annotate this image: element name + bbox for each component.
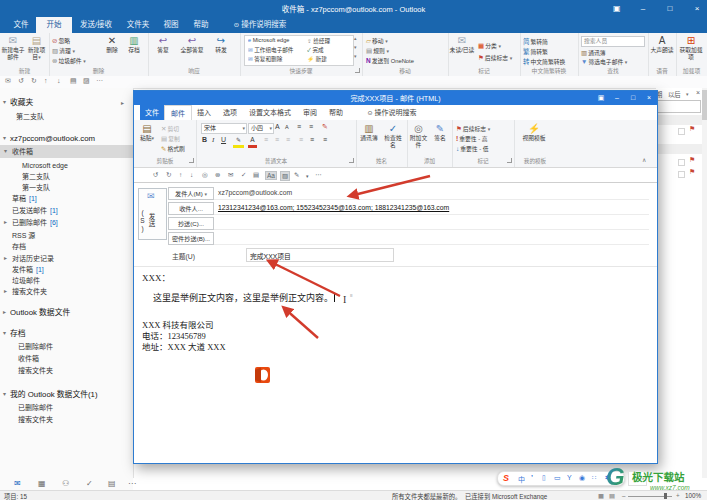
flag-icon[interactable]: ⚑ [689,168,695,176]
gallery-more-icon[interactable]: ▾ [354,53,357,59]
read-aloud-button[interactable]: A 大声朗读 [649,35,675,54]
categorize-button[interactable]: ▦分类 ▾ [478,41,501,50]
sort-newest-label[interactable]: 以后 [668,90,681,99]
tell-me-search[interactable]: ⊙ 操作说明搜索 [356,105,428,120]
doc-icon[interactable]: ▤ [253,171,259,179]
nav-people-icon[interactable]: ⚇ [62,479,69,488]
qat-dropdown-icon[interactable]: ▾ [306,173,309,179]
punctuation-icon[interactable]: ’ [531,474,533,481]
quick-step-edge[interactable]: e Microsoft edge [248,37,304,43]
close-button[interactable]: × [687,0,707,17]
align-right-icon[interactable]: ≡ [286,136,290,143]
collapse-ribbon-icon[interactable]: ∧ [642,156,646,163]
nav-notes-icon[interactable]: ▤ [108,479,116,488]
previous-item-icon[interactable]: ↑ [179,171,182,178]
search-people-input[interactable]: 搜索人员 [581,36,645,47]
tab-file[interactable]: 文件 [140,105,164,120]
sogou-side-box[interactable]: ▸ [628,471,647,486]
nav-calendar-icon[interactable]: ▦ [38,479,46,488]
mail-icon[interactable]: ✉ [228,171,233,179]
maximize-button[interactable]: □ [625,91,641,105]
flag-icon[interactable]: ⚑ [689,156,695,164]
view-reading-icon[interactable]: ▤ [609,492,615,499]
quick-step-create-new[interactable]: ⚡ 新建 [307,55,351,63]
italic-button[interactable]: I [212,136,214,144]
cleanup-button[interactable]: ▨清理 ▾ [52,46,75,55]
bullet-list-icon[interactable]: ≡ [297,123,301,130]
junk-button[interactable]: ⊗垃圾邮件 ▾ [52,56,86,65]
message-checkbox[interactable] [678,128,685,135]
qat-undo-icon[interactable]: ↺ [18,77,24,85]
tab-view[interactable]: 视图 [156,17,186,33]
next-item-icon[interactable]: ↓ [190,171,193,178]
forward-button[interactable]: ↪ 转发 [208,35,234,54]
search-mail-input[interactable] [657,100,701,113]
close-pane-icon[interactable]: × [696,89,700,96]
quick-step-manager[interactable]: ⇪ 给经理 [307,37,351,45]
delete-button[interactable]: ✕ 删除 [101,35,123,54]
bcc-button[interactable]: 密件抄送(B)... [168,232,214,245]
nav-mail-icon[interactable]: ✉ [14,479,21,488]
font-name-select[interactable]: 宋体▾ [201,123,247,134]
chinese-conversion-button[interactable]: 转中文简繁转换 [523,56,565,66]
sogou-input-toolbar[interactable]: S 中 ’ ▯ ▭ Y ◉ ∷ ✱ [497,471,625,486]
sidebar-item-deleted[interactable]: ▸已删除邮件[6] [0,216,145,229]
send-to-onenote-button[interactable]: N发送到 OneNote [366,56,414,65]
tab-file[interactable]: 文件 [6,17,36,33]
align-left-icon[interactable]: ≡ [264,136,268,143]
message-checkbox[interactable] [678,171,685,178]
zoom-slider-thumb[interactable] [664,493,667,499]
collapse-pane-icon[interactable]: ▸ [121,99,124,106]
qat-doc-icon[interactable]: ▤ [70,77,77,85]
reply-button[interactable]: ↩ 答复 [150,35,176,54]
from-button[interactable]: 发件人(M) ▾ [168,187,214,200]
tab-options[interactable]: 选项 [217,105,243,120]
increase-indent-icon[interactable]: ≡ [310,136,314,143]
microphone-icon[interactable]: ▯ [542,474,546,482]
from-value[interactable]: xz7pccom@outlook.com [218,189,292,196]
zoom-out-icon[interactable]: – [622,492,626,499]
cut-button[interactable]: ✕剪切 [161,124,179,133]
reply-all-button[interactable]: ↩ 全部答复 [176,35,208,54]
maximize-button[interactable]: □ [660,0,680,17]
underline-button[interactable]: U [221,136,226,143]
tab-send-receive[interactable]: 发送/接收 [72,17,120,33]
close-button[interactable]: × [641,91,657,105]
qat-next-icon[interactable]: ↓ [57,77,61,84]
rules-button[interactable]: ▤规则 ▾ [366,46,389,55]
circle-icon[interactable]: ◉ [579,474,585,482]
sidebar-item-fav-team2[interactable]: 第二支队 [0,110,149,123]
nav-more-icon[interactable]: ⋯ [128,479,136,488]
follow-up-button[interactable]: ⚑后续标志 ▾ [478,53,512,62]
unread-read-button[interactable]: ✉ 未读/已读 [449,35,475,54]
traditional-to-simplified-button[interactable]: 简繁转简 [523,36,548,46]
decrease-indent-icon[interactable]: ≡ [299,136,303,143]
flag-icon[interactable]: ⚑ [689,125,695,133]
number-list-icon[interactable]: ≡ [309,123,313,130]
ribbon-display-options-button[interactable]: ▣ [593,91,609,105]
dialog-launcher-icon[interactable] [349,158,354,163]
ribbon-display-options-button[interactable]: ▣ [607,0,627,17]
data-file-header[interactable]: ▸Outlook 数据文件 [0,306,143,319]
archive-button[interactable]: ▥ 存档 [123,35,145,54]
to-value[interactable]: 12312341234@163.com; 15523452345@163.com… [218,204,449,211]
simplified-to-traditional-button[interactable]: 繁简转繁 [523,46,548,56]
format-painter-button[interactable]: ✎格式刷 [161,144,185,153]
paste-button[interactable]: ▤ 粘贴▾ [137,123,157,142]
sidebar-item-inbox[interactable]: ▾收件箱 [0,145,145,158]
gallery-up-icon[interactable]: ▴ [354,35,357,41]
qat-redo-icon[interactable]: ↻ [31,77,37,85]
minimize-button[interactable]: – [609,91,625,105]
sidebar-item-mydata-search[interactable]: 搜索文件夹 [0,413,151,426]
case-toggle-button[interactable]: Aa [265,171,277,180]
archive-store-header[interactable]: ▾存档 [0,327,143,340]
bold-button[interactable]: B [202,136,207,143]
tab-help[interactable]: 帮助 [186,17,216,33]
attach-file-button[interactable]: ◎ 附加文件 [408,123,429,148]
dialog-launcher-icon[interactable] [355,68,360,73]
new-email-button[interactable]: ✉ 新建电子邮件 [1,35,25,60]
copy-button[interactable]: ▤复制 [161,134,180,143]
message-checkbox[interactable] [678,159,685,166]
send-button[interactable]: ✉ 发送(S) [138,188,167,240]
font-size-select[interactable]: 小四▾ [248,123,274,134]
